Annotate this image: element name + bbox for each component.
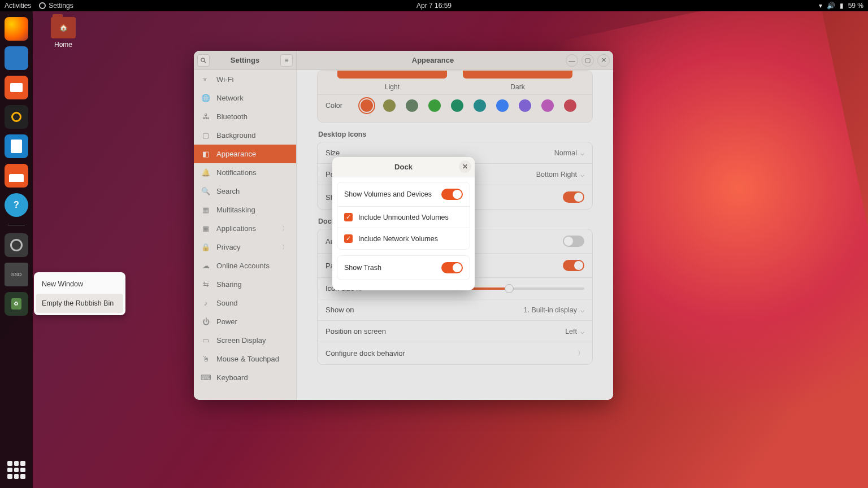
switch-show-volumes[interactable]	[441, 189, 463, 200]
hamburger-icon: ≡	[284, 56, 288, 64]
settings-indicator-icon	[39, 2, 46, 9]
sidebar-notifications[interactable]: 🔔Notifications	[194, 163, 296, 182]
desktop-icons-header: Desktop Icons	[318, 130, 592, 138]
sidebar-title: Settings	[212, 56, 278, 64]
dock-firefox[interactable]	[5, 17, 28, 41]
maximize-button[interactable]: ▢	[581, 54, 594, 67]
chevron-down-icon: ⌵	[580, 306, 584, 314]
dock-settings[interactable]	[5, 233, 28, 257]
theme-light[interactable]: Light	[337, 71, 447, 91]
color-teal[interactable]	[474, 99, 486, 112]
network-icon: 🌐	[202, 94, 210, 102]
sidebar-applications[interactable]: ▦Applications〉	[194, 219, 296, 238]
cloud-icon: ☁	[202, 262, 210, 270]
sidebar-mouse[interactable]: 🖱Mouse & Touchpad	[194, 350, 296, 368]
trash-context-menu: New Window Empty the Rubbish Bin	[34, 272, 125, 315]
color-green[interactable]	[428, 99, 441, 112]
sidebar-power[interactable]: ⏻Power	[194, 312, 296, 331]
sound-icon: ♪	[202, 299, 210, 307]
appearance-icon: ◧	[202, 150, 210, 158]
color-purple[interactable]	[519, 99, 531, 112]
dock: ? SSD ♻	[0, 11, 33, 488]
bluetooth-icon: 🖧	[202, 113, 210, 121]
row-include-unmounted[interactable]: ✓ Include Unmounted Volumes	[337, 206, 470, 228]
dock-trash[interactable]: ♻	[5, 292, 28, 316]
titlebar: Settings ≡ Appearance — ▢ ✕	[194, 51, 613, 70]
switch-panel-mode[interactable]	[563, 260, 584, 271]
svg-point-0	[201, 58, 205, 61]
settings-sidebar: ᯤWi-Fi 🌐Network 🖧Bluetooth ▢Background ◧…	[194, 70, 297, 400]
row-configure-dock[interactable]: Configure dock behavior 〉	[318, 342, 592, 364]
search-button[interactable]	[197, 54, 210, 67]
battery-status-icon[interactable]: ▮	[840, 2, 844, 10]
dock-files[interactable]	[5, 76, 28, 99]
sidebar-bluetooth[interactable]: 🖧Bluetooth	[194, 107, 296, 126]
background-icon: ▢	[202, 132, 210, 140]
dock-libreoffice-writer[interactable]	[5, 134, 28, 158]
chevron-right-icon: 〉	[578, 348, 584, 358]
minimize-button[interactable]: —	[566, 54, 578, 67]
sidebar-keyboard[interactable]: ⌨Keyboard	[194, 368, 296, 387]
multitasking-icon: ▦	[202, 206, 210, 214]
dock-dialog-close[interactable]: ✕	[459, 160, 471, 173]
network-status-icon[interactable]: ▾	[819, 2, 822, 10]
color-viridian[interactable]	[451, 99, 463, 112]
row-show-volumes: Show Volumes and Devices	[337, 182, 470, 206]
search-icon: 🔍	[202, 188, 210, 195]
checkbox-include-network[interactable]: ✓	[344, 234, 353, 243]
switch-show-personal-folder[interactable]	[563, 191, 584, 203]
active-app-label[interactable]: Settings	[49, 2, 73, 10]
chevron-down-icon: ⌵	[580, 328, 584, 336]
sidebar-screen-display[interactable]: ▭Screen Display	[194, 331, 296, 350]
sidebar-multitasking[interactable]: ▦Multitasking	[194, 201, 296, 219]
sidebar-online-accounts[interactable]: ☁Online Accounts	[194, 256, 296, 275]
chevron-right-icon: 〉	[282, 224, 288, 233]
desktop-home-label: Home	[47, 41, 79, 49]
dock-rhythmbox[interactable]	[5, 105, 28, 129]
dock-dialog-title: Dock	[394, 163, 413, 171]
hamburger-button[interactable]: ≡	[280, 54, 293, 67]
close-button[interactable]: ✕	[597, 54, 610, 67]
ctx-empty-trash[interactable]: Empty the Rubbish Bin	[36, 294, 123, 313]
color-label: Color	[326, 102, 350, 110]
color-red[interactable]	[564, 99, 576, 112]
clock[interactable]: Apr 7 16:59	[416, 2, 452, 10]
row-include-network[interactable]: ✓ Include Network Volumes	[337, 228, 470, 249]
color-orange[interactable]	[361, 99, 373, 112]
checkbox-include-unmounted[interactable]: ✓	[344, 213, 353, 221]
page-title: Appearance	[300, 56, 566, 64]
row-show-on[interactable]: Show on 1. Built-in display⌵	[318, 299, 592, 320]
dock-software[interactable]	[5, 164, 28, 188]
color-sage[interactable]	[406, 99, 418, 112]
theme-dark[interactable]: Dark	[463, 71, 572, 91]
sidebar-search[interactable]: 🔍Search	[194, 182, 296, 201]
color-magenta[interactable]	[541, 99, 554, 112]
sidebar-background[interactable]: ▢Background	[194, 126, 296, 145]
power-icon: ⏻	[202, 318, 210, 326]
switch-autohide[interactable]	[563, 236, 584, 247]
switch-show-trash[interactable]	[441, 262, 463, 273]
show-applications-button[interactable]	[7, 461, 25, 479]
sidebar-sound[interactable]: ♪Sound	[194, 294, 296, 312]
sidebar-privacy[interactable]: 🔒Privacy〉	[194, 238, 296, 256]
color-olive[interactable]	[383, 99, 396, 112]
ctx-new-window[interactable]: New Window	[36, 274, 123, 294]
dock-help[interactable]: ?	[5, 193, 28, 217]
sidebar-wifi[interactable]: ᯤWi-Fi	[194, 70, 296, 89]
dock-dialog: Dock ✕ Show Volumes and Devices ✓ Includ…	[332, 157, 475, 290]
desktop-home-folder[interactable]: 🏠 Home	[47, 17, 79, 49]
search-icon	[200, 57, 207, 64]
share-icon: ⇆	[202, 281, 210, 289]
sidebar-sharing[interactable]: ⇆Sharing	[194, 275, 296, 294]
volume-status-icon[interactable]: 🔊	[827, 2, 835, 10]
activities-button[interactable]: Activities	[5, 2, 31, 10]
wifi-icon: ᯤ	[202, 76, 210, 84]
dock-ssd-drive[interactable]: SSD	[5, 263, 28, 286]
dock-thunderbird[interactable]	[5, 46, 28, 70]
top-bar: Activities Settings Apr 7 16:59 ▾ 🔊 ▮ 59…	[0, 0, 868, 11]
sidebar-appearance[interactable]: ◧Appearance	[194, 145, 296, 163]
color-blue[interactable]	[496, 99, 509, 112]
row-position-screen[interactable]: Position on screen Left⌵	[318, 320, 592, 342]
sidebar-network[interactable]: 🌐Network	[194, 89, 296, 107]
display-icon: ▭	[202, 337, 210, 345]
